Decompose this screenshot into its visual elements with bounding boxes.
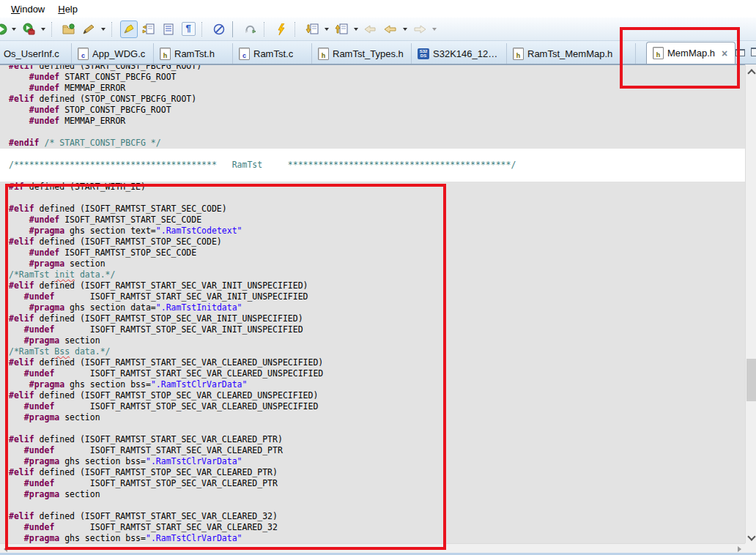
run-config-dropdown-caret-icon[interactable] bbox=[41, 28, 45, 31]
run-icon[interactable] bbox=[0, 21, 8, 37]
view-controls bbox=[735, 48, 756, 64]
code-line: #undef MEMMAP_ERROR bbox=[0, 83, 745, 94]
code-line bbox=[0, 149, 745, 160]
code-line: #pragma section bbox=[0, 489, 745, 500]
eclipse-window: Window Help ¶ bbox=[0, 0, 756, 555]
menu-bar: Window Help bbox=[0, 0, 756, 18]
code-line: #undef ISOFT_RAMTST_START_SEC_VAR_CLEARE… bbox=[0, 368, 745, 379]
debug-lightning-icon[interactable] bbox=[273, 21, 290, 38]
code-line: #undef ISOFT_RAMTST_START_SEC_CODE bbox=[0, 215, 745, 226]
code-line: #pragma ghs section bss=".RamTstClrVarDa… bbox=[0, 379, 745, 390]
toolbar-separator bbox=[264, 22, 268, 37]
maximize-view-icon[interactable] bbox=[751, 48, 756, 56]
mark-pen-icon[interactable] bbox=[80, 21, 97, 38]
code-line bbox=[0, 127, 745, 138]
tab-os-userinf-c[interactable]: Os_UserInf.c bbox=[0, 43, 72, 64]
tab-label: Os_UserInf.c bbox=[4, 48, 59, 59]
code-line: #elif defined (ISOFT_RAMTST_STOP_SEC_VAR… bbox=[0, 390, 745, 401]
h-file-icon: h bbox=[318, 48, 329, 60]
horizontal-scrollbar[interactable] bbox=[0, 543, 745, 553]
tab-app-wdg-c[interactable]: cApp_WDG.c bbox=[72, 43, 154, 64]
tab-label: RamTst.h bbox=[174, 48, 215, 59]
h-file-icon: h bbox=[160, 48, 171, 60]
close-tab-icon[interactable]: × bbox=[722, 49, 727, 58]
annotations-off-icon[interactable] bbox=[210, 21, 228, 38]
toolbar-separator bbox=[232, 21, 237, 37]
toolbar-separator bbox=[294, 22, 299, 37]
scrollbar-corner bbox=[745, 543, 756, 553]
vertical-scrollbar[interactable] bbox=[745, 64, 756, 545]
restart-icon[interactable] bbox=[242, 21, 259, 38]
run-dropdown-caret-icon[interactable] bbox=[12, 28, 16, 31]
next-annotation-icon[interactable] bbox=[303, 21, 321, 38]
vertical-scrollbar-thumb[interactable] bbox=[746, 359, 756, 401]
code-line: #pragma ghs section text=".RamTstCodetex… bbox=[0, 226, 745, 236]
tab-ramtst-c[interactable]: cRamTst.c bbox=[233, 43, 312, 64]
code-line bbox=[0, 171, 745, 182]
code-line: #pragma section bbox=[0, 258, 745, 269]
scroll-up-icon[interactable] bbox=[749, 69, 754, 74]
back-icon[interactable] bbox=[382, 21, 399, 38]
menu-window[interactable]: Window bbox=[4, 2, 51, 16]
scroll-left-icon[interactable] bbox=[4, 546, 7, 552]
link-with-editor-icon[interactable] bbox=[140, 21, 158, 38]
forward-icon[interactable] bbox=[411, 21, 429, 38]
code-line: /***************************************… bbox=[0, 160, 745, 171]
code-line: #elif defined (START_CONST_PBCFG_ROOT) bbox=[0, 65, 745, 72]
mark-pen-dropdown-caret-icon[interactable] bbox=[101, 28, 105, 31]
code-line bbox=[0, 423, 745, 434]
tab-ramtst-h[interactable]: hRamTst.h bbox=[154, 43, 233, 64]
code-line: #pragma section bbox=[0, 412, 745, 423]
clipped-code-line: #elif defined (START_CONST_PBCFG_ROOT) bbox=[0, 65, 745, 72]
code-line: #undef ISOFT_RAMTST_STOP_SEC_CODE bbox=[0, 247, 745, 258]
code-line: #elif defined (ISOFT_RAMTST_START_SEC_VA… bbox=[0, 357, 745, 368]
show-source-icon[interactable] bbox=[160, 21, 177, 38]
code-line: #undef ISOFT_RAMTST_START_SEC_VAR_INIT_U… bbox=[0, 291, 745, 302]
tab-ramtst-types-h[interactable]: hRamTst_Types.h bbox=[312, 43, 412, 64]
back-caret-icon[interactable] bbox=[403, 28, 407, 31]
code-editor[interactable]: #elif defined (START_CONST_PBCFG_ROOT) #… bbox=[0, 64, 745, 545]
code-line: #pragma ghs section bss=".RamTstClrVarDa… bbox=[0, 533, 745, 544]
code-line: #undef ISOFT_RAMTST_START_SEC_VAR_CLEARE… bbox=[0, 445, 745, 456]
code-line: #undef ISOFT_RAMTST_STOP_SEC_VAR_CLEARED… bbox=[0, 401, 745, 412]
code-line: #endif /* START_CONST_PBCFG */ bbox=[0, 138, 745, 149]
c-file-icon: c bbox=[78, 48, 89, 60]
previous-annotation-icon[interactable] bbox=[333, 21, 350, 38]
scroll-down-icon[interactable] bbox=[749, 534, 754, 540]
code-line: #pragma ghs section data=".RamTstInitdat… bbox=[0, 302, 745, 313]
code-line bbox=[0, 193, 745, 204]
tab-ramtst-memmap-h[interactable]: hRamTst_MemMap.h bbox=[507, 43, 636, 64]
code-line: #undef STOP_CONST_PBCFG_ROOT bbox=[0, 105, 745, 116]
last-edit-location-icon[interactable] bbox=[362, 21, 379, 38]
code-line: #elif defined (ISOFT_RAMTST_STOP_SEC_COD… bbox=[0, 236, 745, 247]
menu-help[interactable]: Help bbox=[51, 2, 84, 16]
code-line: #undef MEMMAP_ERROR bbox=[0, 116, 745, 127]
tab-label: App_WDG.c bbox=[92, 48, 145, 59]
tab-memmap-h[interactable]: hMemMap.h× bbox=[646, 42, 735, 64]
code-line: #undef ISOFT_RAMTST_STOP_SEC_VAR_CLEARED… bbox=[0, 478, 745, 489]
next-annotation-caret-icon[interactable] bbox=[325, 28, 329, 31]
c-file-icon: c bbox=[239, 48, 250, 60]
code-line bbox=[0, 500, 745, 511]
tab-label: RamTst_Types.h bbox=[333, 48, 404, 59]
toolbar-separator bbox=[51, 22, 56, 37]
toolbar-separator bbox=[111, 22, 116, 37]
toolbar: ¶ bbox=[0, 18, 756, 41]
h-file-icon: h bbox=[653, 47, 664, 59]
h-file-icon: h bbox=[513, 48, 524, 60]
scroll-right-icon[interactable] bbox=[738, 546, 741, 552]
open-resource-icon[interactable] bbox=[60, 21, 78, 38]
code-line: #elif defined (STOP_CONST_PBCFG_ROOT) bbox=[0, 94, 745, 105]
code-line: #elif defined (ISOFT_RAMTST_START_SEC_VA… bbox=[0, 434, 745, 445]
toggle-highlight-icon[interactable] bbox=[120, 21, 138, 38]
code-line: #elif defined (ISOFT_RAMTST_START_SEC_CO… bbox=[0, 204, 745, 215]
show-whitespace-icon[interactable]: ¶ bbox=[179, 21, 197, 38]
code-line: #elif defined (ISOFT_RAMTST_STOP_SEC_VAR… bbox=[0, 467, 745, 478]
forward-caret-icon[interactable] bbox=[432, 28, 437, 31]
minimize-view-icon[interactable] bbox=[735, 49, 745, 56]
tab-label: RamTst_MemMap.h bbox=[527, 48, 612, 59]
run-configurations-icon[interactable] bbox=[20, 21, 37, 38]
code-line: /*RamTst Bss data.*/ bbox=[0, 346, 745, 357]
previous-annotation-caret-icon[interactable] bbox=[354, 28, 358, 31]
tab-s32k146-128-[interactable]: S32DSS32K146_128_... bbox=[412, 43, 507, 64]
